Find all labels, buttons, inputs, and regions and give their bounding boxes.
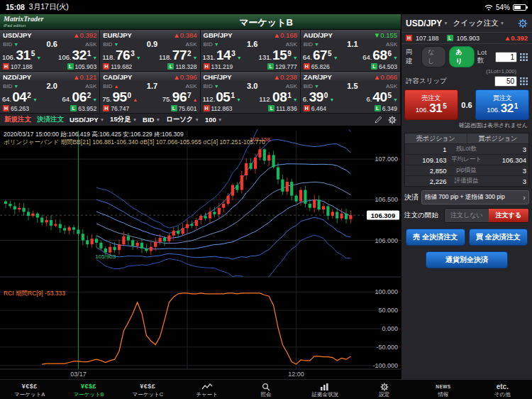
svg-text:107.000: 107.000 bbox=[375, 155, 398, 163]
low-value: 118.328 bbox=[175, 63, 196, 70]
chevron-down-icon: ▼ bbox=[100, 117, 104, 122]
bid-price[interactable]: 6.390▼ bbox=[303, 90, 335, 104]
sell-positions-header: 売ポジション bbox=[405, 134, 467, 143]
low-badge: L bbox=[67, 63, 74, 70]
close-order-tab[interactable]: 決済注文 bbox=[37, 115, 64, 124]
ask-label: ASK bbox=[85, 41, 96, 48]
nav-label: 設定 bbox=[379, 392, 389, 398]
daily-change: ▲0.392 bbox=[73, 31, 96, 39]
chart-pair-select[interactable]: USD/JPY▼ bbox=[70, 116, 104, 124]
rate-panel-ZAR/JPY[interactable]: ZAR/JPY ▲0.066 BID▼ 1.5 ASK 6.390▼ 6.405… bbox=[301, 72, 401, 114]
numpad-icon[interactable] bbox=[520, 53, 528, 61]
nav-照会[interactable]: 照会 bbox=[236, 380, 295, 399]
ask-price[interactable]: 112.081▼ bbox=[259, 90, 297, 104]
lot-input[interactable]: 1 bbox=[495, 52, 517, 62]
chart-count-select[interactable]: 100▼ bbox=[205, 116, 222, 124]
hedge-off-button[interactable]: なし bbox=[421, 46, 446, 67]
tick-arrow-icon: ▲ bbox=[133, 97, 138, 102]
nav-label: 情報 bbox=[438, 392, 448, 398]
rate-panel-header: USD/JPY ▲0.392 bbox=[0, 30, 99, 40]
close-by-pair-button[interactable]: 通貨別全決済 bbox=[426, 251, 508, 268]
svg-text:RCI 期間RC[9] -53.333: RCI 期間RC[9] -53.333 bbox=[4, 290, 65, 297]
rate-panel-CHF/JPY[interactable]: CHF/JPY ▲0.238 BID▼ 3.0 ASK 112.051▼ 112… bbox=[201, 72, 301, 114]
tick-arrow-icon: ▼ bbox=[13, 42, 18, 47]
nav-情報[interactable]: NEWS 情報 bbox=[414, 380, 472, 399]
numpad-icon[interactable] bbox=[520, 77, 528, 85]
pair-name: EUR/JPY bbox=[103, 31, 132, 39]
nav-マーケットA[interactable]: ¥€$£ マーケットA bbox=[0, 380, 59, 399]
buy-position-value: 3 bbox=[485, 146, 529, 153]
order-daily-change: ▲0.392 bbox=[504, 34, 528, 42]
buy-positions-header: 買ポジション bbox=[467, 134, 529, 143]
ask-price[interactable]: 64.686▼ bbox=[362, 48, 398, 62]
ask-price[interactable]: 6.405▼ bbox=[366, 90, 398, 104]
ask-price[interactable]: 64.062▼ bbox=[62, 90, 97, 104]
position-row: 109.163 平均レート 106.304 bbox=[405, 154, 528, 165]
slippage-input[interactable]: 50 bbox=[494, 76, 517, 87]
position-row: 2,850 pip損益 3 bbox=[405, 165, 528, 175]
high-badge: H bbox=[406, 35, 412, 41]
buy-close-all-button[interactable]: 買 全決済注文 bbox=[469, 229, 528, 246]
rate-panel-NZD/JPY[interactable]: NZD/JPY ▲0.121 BID▼ 2.0 ASK 64.042▼ 64.0… bbox=[0, 72, 100, 114]
rate-grid: USD/JPY ▲0.392 BID▼ 0.6 ASK 106.315▼ 106… bbox=[0, 30, 401, 114]
ask-price[interactable]: 118.772▼ bbox=[159, 48, 197, 62]
rate-panel-GBP/JPY[interactable]: GBP/JPY ▲0.168 BID▼ 1.6 ASK 131.143▼ 131… bbox=[201, 30, 301, 72]
rate-panel-CAD/JPY[interactable]: CAD/JPY ▲0.396 BID▲ 1.7 ASK 75.950▲ 75.9… bbox=[100, 72, 200, 114]
buy-order-button[interactable]: 買注文 106.321 bbox=[475, 89, 529, 120]
chart-timeframe-select[interactable]: 15分足▼ bbox=[110, 115, 137, 124]
ask-price[interactable]: 131.159▼ bbox=[259, 48, 298, 62]
svg-text:0.000: 0.000 bbox=[382, 325, 398, 332]
bid-price[interactable]: 118.763▼ bbox=[102, 48, 140, 62]
bid-price[interactable]: 75.950▲ bbox=[102, 90, 138, 104]
nav-マーケットB[interactable]: ¥€$£ マーケットB bbox=[59, 380, 118, 399]
currency-symbols-icon: ¥€$£ bbox=[140, 382, 155, 391]
rate-panel-USD/JPY[interactable]: USD/JPY ▲0.392 BID▼ 0.6 ASK 106.315▼ 106… bbox=[0, 30, 100, 72]
bid-price[interactable]: 64.675▼ bbox=[303, 48, 338, 62]
sell-order-button[interactable]: 売注文 106.315 bbox=[404, 89, 458, 120]
bid-price[interactable]: 131.143▼ bbox=[203, 48, 242, 62]
chart-type-select[interactable]: ローソク▼ bbox=[166, 115, 199, 124]
bid-price[interactable]: 64.042▼ bbox=[2, 90, 38, 104]
order-start-off-button[interactable]: 注文しない bbox=[445, 209, 489, 222]
pencil-icon[interactable] bbox=[375, 116, 382, 124]
chart-gear-icon[interactable] bbox=[388, 116, 397, 124]
sell-close-all-button[interactable]: 売 全決済注文 bbox=[406, 229, 465, 246]
nav-設定[interactable]: 設定 bbox=[355, 380, 414, 399]
pair-name: GBP/JPY bbox=[204, 31, 233, 39]
order-start-toggle: 注文しない 注文する bbox=[444, 208, 529, 223]
buy-position-value: 3 bbox=[485, 177, 529, 185]
nav-チャート[interactable]: チャート bbox=[177, 380, 236, 399]
nav-マーケットC[interactable]: ¥€$£ マーケットC bbox=[118, 380, 177, 399]
chart[interactable]: 107.000106.500106.000100.00050.0000.000-… bbox=[0, 126, 401, 379]
new-order-tab[interactable]: 新規注文 bbox=[4, 115, 31, 124]
order-pair-select[interactable]: USD/JPY▼ bbox=[406, 18, 448, 28]
svg-text:12:00: 12:00 bbox=[288, 371, 304, 378]
ask-price[interactable]: 106.321▼ bbox=[58, 48, 97, 62]
positions-table: 売ポジション 買ポジション 1 残Lot数 3 109.163 平均レート 10… bbox=[404, 133, 529, 187]
tick-arrow-icon: ▼ bbox=[136, 55, 141, 60]
nav-証拠金状況[interactable]: 証拠金状況 bbox=[296, 380, 355, 399]
order-start-on-button[interactable]: 注文する bbox=[489, 209, 528, 222]
bid-price[interactable]: 112.051▼ bbox=[203, 90, 241, 104]
rate-panel-header: ZAR/JPY ▲0.066 bbox=[301, 72, 400, 82]
chart-price-type-select[interactable]: BID▼ bbox=[143, 116, 160, 124]
svg-text:106.500: 106.500 bbox=[375, 196, 398, 203]
high-value: 65.263 bbox=[11, 105, 29, 112]
market-region: USD/JPY ▲0.392 BID▼ 0.6 ASK 106.315▼ 106… bbox=[0, 30, 401, 379]
ask-price[interactable]: 75.967▲ bbox=[162, 90, 198, 104]
tick-arrow-icon: ▼ bbox=[293, 97, 298, 102]
bid-price[interactable]: 106.315▼ bbox=[2, 48, 41, 62]
daily-change: ▲0.121 bbox=[73, 73, 96, 81]
order-type-select[interactable]: クイック注文▼ bbox=[453, 18, 504, 28]
chevron-down-icon: ▼ bbox=[500, 21, 504, 26]
rate-panel-AUD/JPY[interactable]: AUD/JPY ▼0.155 BID▼ 1.1 ASK 64.675▼ 64.6… bbox=[301, 30, 401, 72]
nav-その他[interactable]: etc. その他 bbox=[473, 380, 532, 399]
high-badge: H bbox=[204, 105, 210, 111]
hedge-on-button[interactable]: あり bbox=[449, 46, 474, 67]
high-value: 107.188 bbox=[11, 63, 33, 70]
rate-panel-EUR/JPY[interactable]: EUR/JPY ▲0.384 BID▼ 0.9 ASK 118.763▼ 118… bbox=[100, 30, 200, 72]
hedge-label: 両建 bbox=[406, 48, 419, 66]
settle-settings[interactable]: 指値 700 pip + 逆指値 300 pip › bbox=[421, 190, 529, 204]
order-settings-gear-icon[interactable] bbox=[518, 18, 528, 28]
bid-label: BID bbox=[3, 83, 12, 89]
